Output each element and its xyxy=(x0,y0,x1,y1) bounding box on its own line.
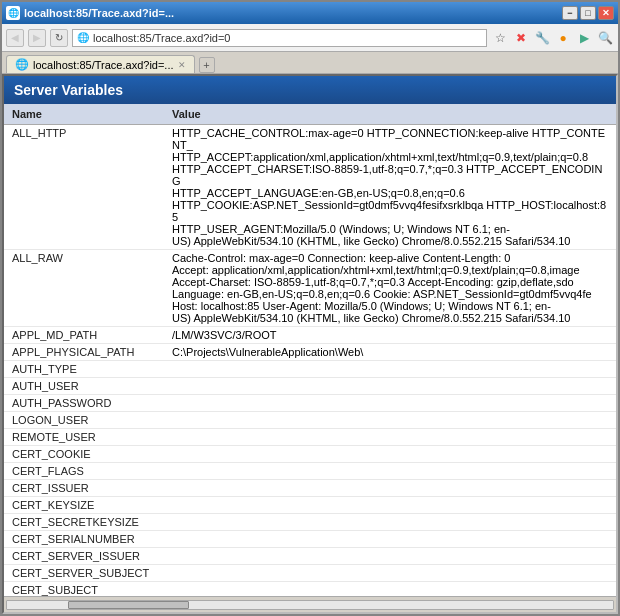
scrollbar-thumb[interactable] xyxy=(68,601,189,609)
table-row: AUTH_TYPE xyxy=(4,361,616,378)
table-row: CERT_FLAGS xyxy=(4,463,616,480)
address-field[interactable]: 🌐 localhost:85/Trace.axd?id=0 xyxy=(72,29,487,47)
row-name: AUTH_USER xyxy=(4,378,164,395)
row-value xyxy=(164,497,616,514)
minimize-button[interactable]: − xyxy=(562,6,578,20)
row-value xyxy=(164,463,616,480)
close-button[interactable]: ✕ xyxy=(598,6,614,20)
row-value xyxy=(164,531,616,548)
browser-icon: 🌐 xyxy=(6,6,20,20)
table-row: AUTH_PASSWORD xyxy=(4,395,616,412)
row-value: /LM/W3SVC/3/ROOT xyxy=(164,327,616,344)
main-content: Server Variables Name Value ALL_HTTPHTTP… xyxy=(2,74,618,614)
bookmark-star-icon[interactable]: ☆ xyxy=(491,29,509,47)
tab-bar: 🌐 localhost:85/Trace.axd?id=... ✕ + xyxy=(2,52,618,74)
table-row: APPL_PHYSICAL_PATHC:\Projects\Vulnerable… xyxy=(4,344,616,361)
row-value: Cache-Control: max-age=0 Connection: kee… xyxy=(164,250,616,327)
col-name-header: Name xyxy=(4,104,164,125)
table-row: CERT_SERIALNUMBER xyxy=(4,531,616,548)
horizontal-scrollbar[interactable] xyxy=(4,596,616,612)
row-name: ALL_HTTP xyxy=(4,125,164,250)
title-bar-left: 🌐 localhost:85/Trace.axd?id=... xyxy=(6,6,174,20)
row-name: CERT_KEYSIZE xyxy=(4,497,164,514)
row-name: AUTH_PASSWORD xyxy=(4,395,164,412)
extension-icon-4[interactable]: ▶ xyxy=(575,29,593,47)
table-row: LOGON_USER xyxy=(4,412,616,429)
new-tab-button[interactable]: + xyxy=(199,57,215,73)
row-name: CERT_FLAGS xyxy=(4,463,164,480)
table-container[interactable]: Name Value ALL_HTTPHTTP_CACHE_CONTROL:ma… xyxy=(4,104,616,596)
browser-window: 🌐 localhost:85/Trace.axd?id=... − □ ✕ ◀ … xyxy=(0,0,620,616)
active-tab[interactable]: 🌐 localhost:85/Trace.axd?id=... ✕ xyxy=(6,55,195,73)
page-icon: 🌐 xyxy=(77,32,89,43)
table-row: CERT_SECRETKEYSIZE xyxy=(4,514,616,531)
row-value xyxy=(164,429,616,446)
row-value xyxy=(164,565,616,582)
window-title: localhost:85/Trace.axd?id=... xyxy=(24,7,174,19)
table-row: APPL_MD_PATH/LM/W3SVC/3/ROOT xyxy=(4,327,616,344)
row-value xyxy=(164,582,616,597)
table-row: CERT_ISSUER xyxy=(4,480,616,497)
row-value xyxy=(164,378,616,395)
back-button[interactable]: ◀ xyxy=(6,29,24,47)
row-value xyxy=(164,446,616,463)
row-name: APPL_PHYSICAL_PATH xyxy=(4,344,164,361)
table-row: CERT_KEYSIZE xyxy=(4,497,616,514)
row-name: REMOTE_USER xyxy=(4,429,164,446)
tab-title: localhost:85/Trace.axd?id=... xyxy=(33,59,174,71)
window-controls: − □ ✕ xyxy=(562,6,614,20)
table-row: AUTH_USER xyxy=(4,378,616,395)
row-name: CERT_SERVER_SUBJECT xyxy=(4,565,164,582)
extension-icon-2[interactable]: 🔧 xyxy=(533,29,551,47)
row-name: APPL_MD_PATH xyxy=(4,327,164,344)
url-text: localhost:85/Trace.axd?id=0 xyxy=(93,32,230,44)
address-bar: ◀ ▶ ↻ 🌐 localhost:85/Trace.axd?id=0 ☆ ✖ … xyxy=(2,24,618,52)
table-row: CERT_SERVER_SUBJECT xyxy=(4,565,616,582)
tab-favicon: 🌐 xyxy=(15,58,29,71)
col-value-header: Value xyxy=(164,104,616,125)
row-name: ALL_RAW xyxy=(4,250,164,327)
row-value xyxy=(164,480,616,497)
row-value xyxy=(164,395,616,412)
row-value xyxy=(164,548,616,565)
extension-icon-1[interactable]: ✖ xyxy=(512,29,530,47)
table-row: REMOTE_USER xyxy=(4,429,616,446)
row-name: AUTH_TYPE xyxy=(4,361,164,378)
extension-icon-3[interactable]: ● xyxy=(554,29,572,47)
forward-button[interactable]: ▶ xyxy=(28,29,46,47)
row-name: CERT_SECRETKEYSIZE xyxy=(4,514,164,531)
row-value xyxy=(164,361,616,378)
table-row: CERT_COOKIE xyxy=(4,446,616,463)
row-name: CERT_ISSUER xyxy=(4,480,164,497)
toolbar-icons: ☆ ✖ 🔧 ● ▶ 🔍 xyxy=(491,29,614,47)
row-value xyxy=(164,412,616,429)
row-value xyxy=(164,514,616,531)
refresh-button[interactable]: ↻ xyxy=(50,29,68,47)
table-row: ALL_HTTPHTTP_CACHE_CONTROL:max-age=0 HTT… xyxy=(4,125,616,250)
page-header: Server Variables xyxy=(4,76,616,104)
row-name: CERT_COOKIE xyxy=(4,446,164,463)
row-name: CERT_SERVER_ISSUER xyxy=(4,548,164,565)
table-row: CERT_SERVER_ISSUER xyxy=(4,548,616,565)
title-bar: 🌐 localhost:85/Trace.axd?id=... − □ ✕ xyxy=(2,2,618,24)
row-name: CERT_SUBJECT xyxy=(4,582,164,597)
row-name: CERT_SERIALNUMBER xyxy=(4,531,164,548)
tab-close-button[interactable]: ✕ xyxy=(178,60,186,70)
row-value: C:\Projects\VulnerableApplication\Web\ xyxy=(164,344,616,361)
row-value: HTTP_CACHE_CONTROL:max-age=0 HTTP_CONNEC… xyxy=(164,125,616,250)
extension-icon-5[interactable]: 🔍 xyxy=(596,29,614,47)
server-variables-table: Name Value ALL_HTTPHTTP_CACHE_CONTROL:ma… xyxy=(4,104,616,596)
row-name: LOGON_USER xyxy=(4,412,164,429)
scrollbar-track[interactable] xyxy=(6,600,614,610)
table-row: CERT_SUBJECT xyxy=(4,582,616,597)
maximize-button[interactable]: □ xyxy=(580,6,596,20)
table-row: ALL_RAWCache-Control: max-age=0 Connecti… xyxy=(4,250,616,327)
